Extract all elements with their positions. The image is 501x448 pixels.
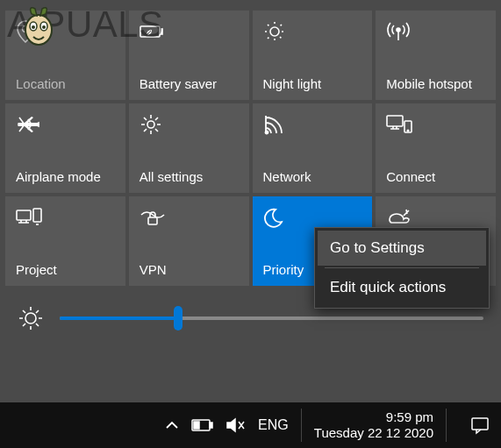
menu-go-to-settings[interactable]: Go to Settings [318,231,486,266]
airplane-icon [16,112,115,137]
moon-icon [263,205,362,230]
tile-label: Battery saver [140,77,239,92]
tile-battery-saver[interactable]: Battery saver [129,11,249,100]
svg-rect-17 [148,217,157,224]
screen-snip-icon [386,205,485,230]
tile-label: All settings [140,170,239,185]
tile-label: Night light [263,77,362,92]
svg-point-10 [147,121,154,128]
svg-rect-7 [160,29,162,34]
tile-all-settings[interactable]: All settings [129,103,249,193]
svg-rect-21 [194,422,199,429]
night-light-icon [263,19,362,44]
taskbar-separator [446,409,447,442]
tile-airplane-mode[interactable]: Airplane mode [5,103,125,193]
svg-point-5 [23,26,29,32]
svg-point-8 [270,27,279,36]
network-icon [263,112,362,137]
battery-icon[interactable] [191,418,214,432]
taskbar-separator [301,409,302,442]
location-icon [16,19,115,44]
tile-project[interactable]: Project [5,196,125,286]
brightness-slider[interactable] [60,316,483,320]
hotspot-icon [386,19,485,44]
context-menu: Go to Settings Edit quick actions [314,227,490,309]
taskbar: ENG 9:59 pm Tuesday 22 12 2020 [0,402,501,448]
svg-point-9 [397,28,400,32]
svg-rect-16 [33,209,41,222]
svg-point-18 [25,313,36,324]
tile-network[interactable]: Network [253,103,373,193]
svg-rect-22 [472,418,488,430]
tile-label: VPN [140,263,239,278]
clock-date: Tuesday 22 12 2020 [314,425,433,441]
gear-icon [140,112,239,137]
tile-night-light[interactable]: Night light [253,11,373,100]
brightness-icon [18,305,44,331]
tile-label: Location [16,77,115,92]
svg-rect-20 [210,423,212,428]
brightness-slider-thumb[interactable] [174,306,183,331]
tile-label: Mobile hotspot [386,77,485,92]
clock-time: 9:59 pm [314,409,433,425]
tile-mobile-hotspot[interactable]: Mobile hotspot [376,11,496,100]
tray-overflow-icon[interactable] [165,420,179,430]
project-icon [16,205,115,230]
brightness-slider-fill [60,316,178,320]
menu-separator [325,267,479,268]
brightness-row [5,305,496,331]
battery-leaf-icon [140,19,239,44]
volume-muted-icon[interactable] [226,417,246,433]
system-tray: ENG [165,417,289,433]
tile-label: Connect [386,170,485,185]
connect-icon [386,112,485,137]
taskbar-clock[interactable]: 9:59 pm Tuesday 22 12 2020 [314,409,433,441]
menu-edit-quick-actions[interactable]: Edit quick actions [318,270,486,305]
tile-label: Network [263,170,362,185]
svg-point-14 [407,130,409,132]
vpn-icon [140,205,239,230]
tile-connect[interactable]: Connect [376,103,496,193]
tile-label: Project [16,263,115,278]
tile-location[interactable]: Location [5,11,125,100]
svg-point-11 [265,132,268,134]
tile-vpn[interactable]: VPN [129,196,249,286]
svg-rect-12 [387,116,403,126]
language-indicator[interactable]: ENG [258,417,289,433]
svg-rect-15 [17,210,31,220]
notifications-button[interactable] [464,409,496,441]
tile-label: Airplane mode [16,170,115,185]
